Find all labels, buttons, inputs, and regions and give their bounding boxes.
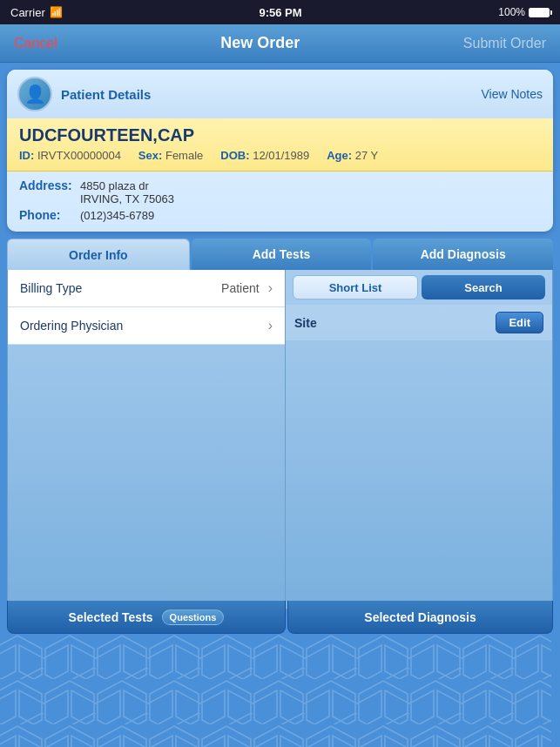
tab-order-info[interactable]: Order Info [7, 239, 190, 270]
cancel-button[interactable]: Cancel [14, 36, 57, 51]
ordering-physician-row[interactable]: Ordering Physician › [8, 307, 285, 345]
carrier-text: Carrier [10, 6, 45, 19]
left-panel-content [8, 345, 285, 614]
ordering-physician-label: Ordering Physician [20, 319, 123, 333]
status-bar: Carrier 📶 9:56 PM 100% [0, 0, 560, 24]
patient-header: 👤 Patient Details View Notes [7, 70, 553, 118]
status-time: 9:56 PM [259, 6, 301, 19]
bottom-section: Selected Tests Questions Selected Diagno… [0, 601, 560, 634]
left-panel: Billing Type Patient › Ordering Physicia… [7, 270, 286, 609]
edit-button[interactable]: Edit [496, 312, 543, 333]
main-tabs: Order Info Add Tests Add Diagnosis [7, 239, 553, 270]
right-panel-content [286, 340, 552, 609]
patient-meta: ID: IRVTX00000004 Sex: Female DOB: 12/01… [19, 149, 541, 162]
page-title: New Order [220, 34, 300, 52]
tab-add-diagnosis[interactable]: Add Diagnosis [373, 239, 553, 270]
site-label: Site [294, 316, 317, 330]
right-panel: Short List Search Site Edit [286, 270, 553, 609]
tab-short-list[interactable]: Short List [293, 275, 418, 299]
selected-tests-label: Selected Tests [69, 610, 153, 624]
tab-search[interactable]: Search [422, 275, 545, 299]
carrier-info: Carrier 📶 [10, 6, 63, 19]
content-area: Billing Type Patient › Ordering Physicia… [7, 270, 553, 609]
chevron-right-icon: › [268, 280, 273, 296]
svg-rect-4 [0, 634, 551, 747]
wifi-icon: 📶 [50, 6, 63, 18]
patient-contact: Address: 4850 plaza dr IRVING, TX 75063 … [7, 172, 553, 232]
battery-info: 100% [498, 6, 550, 18]
avatar: 👤 [17, 77, 52, 111]
phone-row: Phone: (012)345-6789 [19, 208, 541, 222]
billing-type-label: Billing Type [20, 281, 82, 295]
patient-card-title: Patient Details [61, 87, 151, 102]
questions-badge[interactable]: Questions [162, 609, 225, 625]
selected-diagnosis-label: Selected Diagnosis [364, 610, 476, 624]
address-row: Address: 4850 plaza dr IRVING, TX 75063 [19, 178, 541, 205]
selected-diagnosis-bar: Selected Diagnosis [287, 601, 553, 634]
site-row: Site Edit [286, 305, 552, 340]
tab-add-tests[interactable]: Add Tests [192, 239, 372, 270]
hex-background [0, 634, 560, 747]
patient-card: 👤 Patient Details View Notes UDCFOURTEEN… [7, 70, 553, 232]
chevron-right-icon: › [268, 318, 273, 333]
submit-order-button[interactable]: Submit Order [463, 36, 546, 51]
nav-bar: Cancel New Order Submit Order [0, 24, 560, 63]
selected-tests-bar: Selected Tests Questions [7, 601, 286, 634]
patient-info-section: UDCFOURTEEN,CAP ID: IRVTX00000004 Sex: F… [7, 118, 553, 172]
billing-type-value: Patient [221, 281, 260, 295]
battery-percent: 100% [498, 6, 525, 18]
sub-tabs: Short List Search [286, 270, 552, 305]
view-notes-button[interactable]: View Notes [481, 87, 543, 101]
patient-name: UDCFOURTEEN,CAP [19, 125, 541, 145]
hex-pattern-svg [0, 634, 551, 747]
battery-fill [530, 9, 549, 17]
battery-bar [529, 8, 550, 17]
billing-type-row[interactable]: Billing Type Patient › [8, 270, 285, 307]
